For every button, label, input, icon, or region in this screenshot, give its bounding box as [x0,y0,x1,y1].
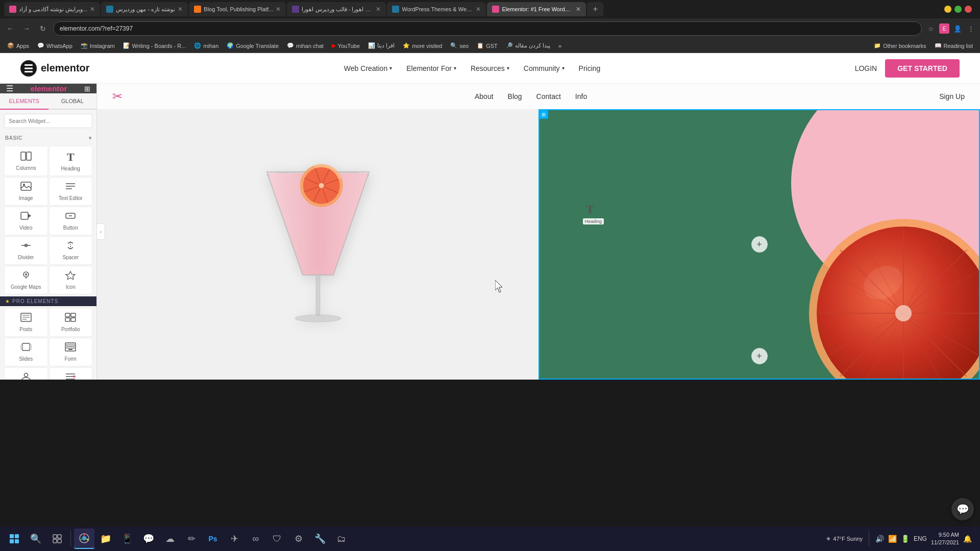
taskbar-clock[interactable]: 9:50 AM 11/27/2021 [931,531,959,547]
taskbar-battery-icon[interactable]: 🔋 [901,535,910,543]
panel-grid-icon[interactable]: ⊞ [84,85,90,93]
get-started-button[interactable]: GET STARTED [885,59,960,78]
start-button[interactable] [4,529,24,549]
bookmark-seo[interactable]: 🔍 seo [447,41,472,50]
settings-icon[interactable]: ⋮ [966,23,976,34]
weather-widget[interactable]: ☀ 47°F Sunny [826,536,863,542]
forward-button[interactable]: → [20,22,33,35]
bookmark-mihan[interactable]: 🌐 mihan [191,41,222,50]
nav-resources[interactable]: Resources ▾ [471,64,509,72]
taskbar-tool2[interactable]: 🛡 [267,529,287,549]
taskbar-language[interactable]: ENG [914,535,927,542]
extension-icon[interactable]: E [939,23,949,34]
widget-columns[interactable]: Columns [4,146,48,176]
nav-community[interactable]: Community ▾ [524,64,565,72]
profile-icon[interactable]: 👤 [952,23,963,34]
widget-heading[interactable]: T Heading [49,146,93,176]
nav-pricing[interactable]: Pricing [579,64,601,72]
taskbar-manager[interactable]: 🗂 [331,529,352,549]
chat-bubble-button[interactable]: 💬 [951,498,974,520]
canvas-left-section[interactable] [97,109,538,380]
site-logo[interactable]: elementor [20,60,90,77]
bookmark-youtube[interactable]: ▶ YouTube [329,41,363,50]
bookmark-mihan-chat[interactable]: 💬 mihan chat [284,41,327,50]
bookmark-apps[interactable]: 📦 Apps [4,41,32,50]
widget-portfolio[interactable]: Portfolio [49,308,93,337]
nav-web-creation[interactable]: Web Creation ▾ [344,64,392,72]
tab-6[interactable]: Elementor: #1 Free WordPr... ✕ [487,2,586,16]
widget-slides[interactable]: Slides [4,338,48,366]
canvas-right-section[interactable]: + + [538,109,980,380]
tab-2-close[interactable]: ✕ [178,6,183,13]
inner-nav-about[interactable]: About [475,92,494,101]
tab-6-close[interactable]: ✕ [576,6,581,13]
bookmark-google-translate[interactable]: 🌍 Google Translate [224,41,282,50]
taskbar-tool3[interactable]: 🔧 [310,529,330,549]
taskbar-settings[interactable]: ⚙ [288,529,309,549]
address-input[interactable] [53,21,922,36]
add-section-button-1[interactable]: + [751,236,768,253]
taskbar-phone[interactable]: 📱 [117,529,137,549]
bookmark-more-visited[interactable]: ⭐ more visited [400,41,445,50]
taskbar-network-icon[interactable]: 📶 [888,535,897,543]
inner-nav-info[interactable]: Info [575,92,587,101]
taskbar-tool1[interactable]: ∞ [246,529,266,549]
panel-hamburger-icon[interactable]: ☰ [6,84,13,93]
bookmark-reading-list[interactable]: 📖 Reading list [932,41,976,50]
widget-video[interactable]: Video [4,207,48,235]
inner-nav-contact[interactable]: Contact [536,92,561,101]
inner-nav-blog[interactable]: Blog [508,92,522,101]
window-close[interactable] [965,6,972,13]
tab-3-close[interactable]: ✕ [276,6,281,13]
window-minimize[interactable] [944,6,951,13]
widget-login[interactable]: Login [4,367,48,380]
inner-signup-button[interactable]: Sign Up [939,92,965,101]
taskbar-telegram[interactable]: ✈ [224,529,244,549]
section-collapse-icon[interactable]: ▾ [89,135,92,141]
widget-form[interactable]: Form [49,338,93,366]
login-button[interactable]: LOGIN [855,64,877,72]
bookmark-gst[interactable]: 📋 GST [474,41,501,50]
tab-1[interactable]: ویرایش نوشته آکادمی و آزاد... ✕ [4,2,100,16]
widget-posts[interactable]: Posts [4,308,48,337]
taskbar-volume-icon[interactable]: 🔊 [875,535,884,543]
tab-5[interactable]: WordPress Themes & Web... ✕ [387,2,486,16]
tab-3[interactable]: Blog Tool, Publishing Platf... ✕ [189,2,286,16]
taskbar-search[interactable]: 🔍 [26,529,46,549]
tab-4[interactable]: قالب اهورا - قالب وردپرس اهورا... ✕ [287,2,386,16]
bookmark-instagram[interactable]: 📸 Instagram [78,41,118,50]
taskbar-photoshop[interactable]: Ps [203,529,223,549]
taskbar-file-manager[interactable]: 📁 [95,529,116,549]
taskbar-whatsapp[interactable]: 💬 [138,529,159,549]
widget-nav-menu[interactable]: Nav Menu [49,367,93,380]
tab-5-close[interactable]: ✕ [476,6,481,13]
widget-spacer[interactable]: Spacer [49,236,93,265]
taskbar-chrome[interactable] [74,529,94,549]
bookmark-more[interactable]: » [555,42,565,50]
widget-google-maps[interactable]: Google Maps [4,266,48,294]
back-button[interactable]: ← [4,22,16,35]
window-maximize[interactable] [954,6,962,13]
tab-2[interactable]: نوشته تازه - مهن وردپرس ✕ [101,2,188,16]
bookmark-whatsapp[interactable]: 💬 WhatsApp [34,41,76,50]
reload-button[interactable]: ↻ [37,22,49,35]
tab-elements[interactable]: ELEMENTS [0,93,48,110]
widget-search-input[interactable] [4,114,92,128]
bookmark-writing-boards[interactable]: 📝 Writing - Boards - R... [120,41,189,50]
bookmark-find-article[interactable]: 🔎 پیدا کردن مقاله [503,41,553,50]
tab-4-close[interactable]: ✕ [376,6,381,13]
tab-global[interactable]: GLOBAL [48,93,97,110]
taskbar-notification-icon[interactable]: 🔔 [963,535,972,543]
bookmark-star-icon[interactable]: ☆ [926,23,936,34]
new-tab-button[interactable]: + [587,2,603,16]
bookmark-other[interactable]: 📁 Other bookmarks [871,41,929,50]
widget-button[interactable]: Button [49,207,93,235]
taskbar-task-view[interactable] [47,529,67,549]
widget-text-editor[interactable]: Text Editor [49,177,93,206]
add-section-button-2[interactable]: + [751,348,768,364]
bookmark-afra[interactable]: 📊 افرا دیتا [365,41,398,50]
tab-1-close[interactable]: ✕ [90,6,95,13]
widget-divider[interactable]: Divider [4,236,48,265]
taskbar-cloud[interactable]: ☁ [160,529,180,549]
nav-elementor-for[interactable]: Elementor For ▾ [406,64,456,72]
